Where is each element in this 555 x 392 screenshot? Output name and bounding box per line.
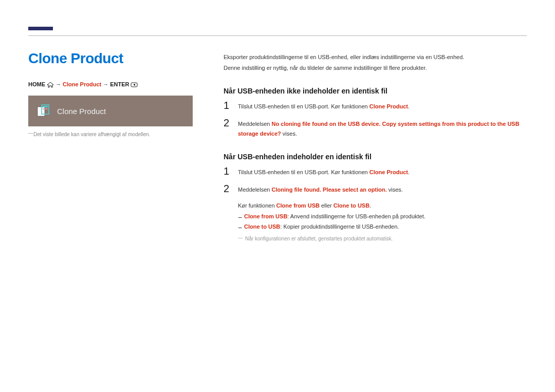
nav-home: HOME [28, 81, 45, 87]
text: eller [320, 202, 334, 209]
nav-path: HOME → Clone Product → ENTER [28, 81, 203, 87]
right-column: Eksporter produktindstillingerne til en … [224, 50, 527, 241]
left-column: Clone Product HOME → Clone Product → ENT… [28, 50, 203, 241]
nav-clone-product: Clone Product [63, 81, 101, 87]
preview-label: Clone Product [57, 107, 106, 116]
page-title: Clone Product [28, 50, 203, 67]
text: . [369, 202, 371, 209]
step-number: 2 [224, 118, 231, 138]
clone-product-label: Clone Product [369, 169, 408, 175]
header-tab-mark [28, 27, 53, 30]
step-body: Meddelelsen No cloning file found on the… [238, 118, 527, 138]
text: vises. [387, 186, 403, 193]
clone-from-usb-label: Clone from USB [244, 213, 287, 219]
page-content: Clone Product HOME → Clone Product → ENT… [28, 50, 527, 241]
step-number: 1 [224, 100, 231, 111]
left-footnote: Det viste billede kan variere afhængigt … [28, 132, 203, 137]
svg-rect-4 [43, 108, 48, 109]
bullet-clone-from-usb: Clone from USB: Anvend indstillingerne f… [238, 212, 527, 221]
text: Meddelelsen [238, 121, 271, 127]
text: Kør funktionen [238, 202, 276, 209]
text: . [408, 169, 410, 175]
clone-to-usb-label: Clone to USB [334, 202, 369, 209]
nav-enter: ENTER [110, 81, 129, 87]
cloning-file-found-message: Cloning file found. Please select an opt… [271, 186, 386, 193]
step-number: 2 [224, 183, 231, 195]
step-body: Tilslut USB-enheden til en USB-port. Kør… [238, 166, 410, 177]
run-function-line: Kør funktionen Clone from USB eller Clon… [238, 201, 527, 211]
section1-step1: 1 Tilslut USB-enheden til en USB-port. K… [224, 100, 527, 111]
section1-step2: 2 Meddelelsen No cloning file found on t… [224, 118, 527, 138]
preview-box: Clone Product [28, 96, 193, 126]
clone-product-icon [36, 104, 51, 118]
clone-product-label: Clone Product [369, 103, 408, 109]
section1-heading: Når USB-enheden ikke indeholder en ident… [224, 87, 527, 95]
text: : Anvend indstillingerne for USB-enheden… [287, 213, 425, 219]
text: . [408, 103, 410, 109]
enter-icon [131, 82, 138, 88]
section2-step1: 1 Tilslut USB-enheden til en USB-port. K… [224, 166, 527, 177]
section2-heading: Når USB-enheden indeholder en identisk f… [224, 153, 527, 161]
text: vises. [281, 130, 297, 137]
no-cloning-file-message: No cloning file found on the USB device.… [238, 121, 520, 137]
step-body: Meddelelsen Cloning file found. Please s… [238, 183, 403, 195]
step-body: Tilslut USB-enheden til en USB-port. Kør… [238, 100, 410, 111]
nav-arrow-2: → [103, 81, 108, 87]
text: Tilslut USB-enheden til en USB-port. Kør… [238, 103, 369, 109]
clone-to-usb-label: Clone to USB [244, 223, 280, 230]
text: Tilslut USB-enheden til en USB-port. Kør… [238, 169, 369, 175]
section2-step2: 2 Meddelelsen Cloning file found. Please… [224, 183, 527, 195]
text: Meddelelsen [238, 186, 271, 193]
svg-rect-1 [38, 107, 45, 116]
bullet-clone-to-usb: Clone to USB: Kopier produktindstillinge… [238, 222, 527, 232]
restart-footnote: Når konfigurationen er afsluttet, gensta… [238, 236, 527, 241]
clone-from-usb-label: Clone from USB [276, 202, 320, 209]
svg-rect-3 [43, 106, 48, 107]
text: : Kopier produktindstillingerne til USB-… [280, 223, 399, 230]
home-icon [47, 82, 54, 88]
nav-arrow-1: → [55, 81, 61, 87]
intro-line-1: Eksporter produktindstillingerne til en … [224, 52, 527, 62]
intro-line-2: Denne indstilling er nyttig, når du tild… [224, 63, 527, 73]
step-number: 1 [224, 166, 231, 177]
header-divider [28, 35, 527, 36]
